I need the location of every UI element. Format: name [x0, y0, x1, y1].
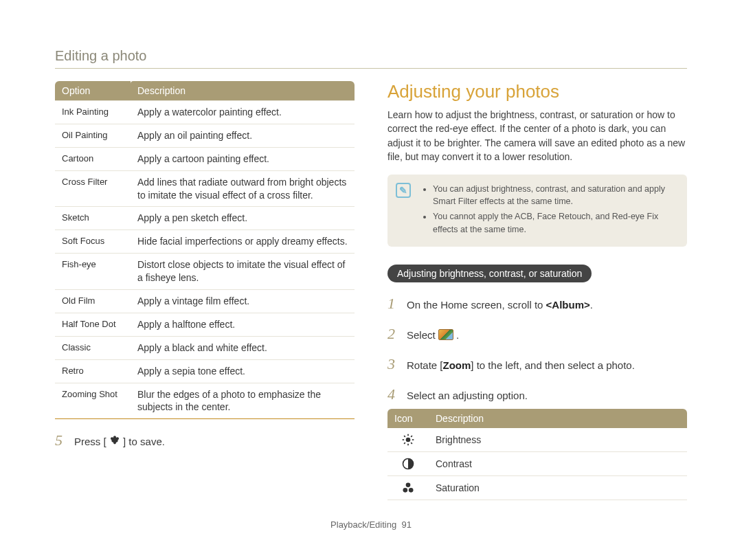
- step-number: 2: [387, 325, 400, 343]
- option-name: Ink Painting: [55, 101, 131, 124]
- option-name: Retro: [55, 359, 131, 383]
- option-name: Old Film: [55, 290, 131, 313]
- svg-point-0: [406, 437, 411, 442]
- option-name: Classic: [55, 336, 131, 359]
- step-2-text: Select .: [407, 329, 459, 341]
- table-row: ClassicApply a black and white effect.: [55, 336, 355, 359]
- table-row: Brightness: [387, 428, 687, 452]
- step-3-bold: Zoom: [443, 359, 471, 371]
- option-name: Soft Focus: [55, 230, 131, 254]
- option-name: Zooming Shot: [55, 383, 131, 419]
- step-2: 2 Select .: [387, 325, 687, 343]
- step-5-text: Press [ ] to save.: [74, 435, 165, 448]
- icon-table-head-icon: Icon: [387, 409, 429, 428]
- table-row: Half Tone DotApply a halftone effect.: [55, 313, 355, 336]
- table-row: Contrast: [387, 451, 687, 475]
- step-number: 3: [387, 355, 400, 373]
- adjusting-intro: Learn how to adjust the brightness, cont…: [387, 108, 687, 164]
- adjusting-heading: Adjusting your photos: [387, 81, 687, 102]
- note-list: You can adjust brightness, contrast, and…: [422, 183, 677, 236]
- table-row: RetroApply a sepia tone effect.: [55, 359, 355, 383]
- option-name: Oil Painting: [55, 124, 131, 147]
- svg-line-5: [404, 436, 405, 437]
- table-row: Cross FilterAdd lines that radiate outwa…: [55, 170, 355, 207]
- step-4-text: Select an adjusting option.: [407, 390, 528, 401]
- table-row: CartoonApply a cartoon painting effect.: [55, 147, 355, 170]
- footer-page-number: 91: [401, 519, 411, 530]
- step-1: 1 On the Home screen, scroll to <Album>.: [387, 295, 687, 313]
- icon-description: Contrast: [429, 451, 687, 475]
- page-title: Editing a photo: [55, 48, 687, 69]
- icon-table-head-desc: Description: [429, 409, 687, 428]
- option-description: Apply a sepia tone effect.: [131, 359, 355, 383]
- contrast-icon: [387, 451, 429, 475]
- option-name: Sketch: [55, 207, 131, 230]
- step-3-text: Rotate [Zoom] to the left, and then sele…: [407, 359, 635, 371]
- note-box: ✎ You can adjust brightness, contrast, a…: [387, 175, 687, 247]
- note-item: You cannot apply the ACB, Face Retouch, …: [433, 210, 677, 235]
- option-name: Fish-eye: [55, 254, 131, 290]
- step-2-post: .: [456, 329, 459, 341]
- option-description: Apply a black and white effect.: [131, 336, 355, 359]
- table-row: Old FilmApply a vintage film effect.: [55, 290, 355, 313]
- options-table-head-desc: Description: [131, 81, 355, 101]
- footer-section: Playback/Editing: [330, 519, 396, 530]
- option-description: Apply a cartoon painting effect.: [131, 147, 355, 170]
- table-row: Zooming ShotBlur the edges of a photo to…: [55, 383, 355, 419]
- option-description: Apply a vintage film effect.: [131, 290, 355, 313]
- step-number: 4: [387, 385, 400, 403]
- note-icon: ✎: [396, 183, 411, 198]
- table-row: Oil PaintingApply an oil painting effect…: [55, 124, 355, 147]
- table-row: Ink PaintingApply a watercolor painting …: [55, 101, 355, 124]
- step-1-pre: On the Home screen, scroll to: [407, 299, 546, 311]
- right-column: Adjusting your photos Learn how to adjus…: [387, 81, 687, 500]
- svg-line-8: [411, 436, 412, 437]
- step-2-pre: Select: [407, 329, 438, 341]
- step-number: 5: [55, 432, 67, 449]
- left-column: Option Description Ink PaintingApply a w…: [55, 81, 355, 500]
- step-number: 1: [387, 295, 400, 313]
- option-name: Cross Filter: [55, 170, 131, 207]
- step-3: 3 Rotate [Zoom] to the left, and then se…: [387, 355, 687, 373]
- page-footer: Playback/Editing 91: [55, 519, 687, 530]
- macro-flower-icon: [109, 435, 120, 448]
- svg-line-7: [404, 443, 405, 444]
- svg-point-10: [406, 482, 411, 487]
- step-1-post: .: [590, 299, 593, 311]
- option-description: Apply a pen sketch effect.: [131, 207, 355, 230]
- step-5-suffix: ] to save.: [123, 436, 165, 447]
- icon-table: Icon Description BrightnessContrastSatur…: [387, 409, 687, 500]
- note-item: You can adjust brightness, contrast, and…: [433, 183, 677, 208]
- table-row: Fish-eyeDistort close objects to imitate…: [55, 254, 355, 290]
- step-4: 4 Select an adjusting option.: [387, 385, 687, 403]
- option-name: Cartoon: [55, 147, 131, 170]
- step-5-prefix: Press [: [74, 436, 106, 447]
- step-1-bold: <Album>: [546, 299, 590, 311]
- subheading-pill: Adjusting brightness, contrast, or satur…: [387, 265, 592, 282]
- option-description: Blur the edges of a photo to emphasize t…: [131, 383, 355, 419]
- option-description: Hide facial imperfections or apply dream…: [131, 230, 355, 254]
- options-table: Option Description Ink PaintingApply a w…: [55, 81, 355, 419]
- svg-line-6: [411, 443, 412, 444]
- step-5: 5 Press [ ] to save.: [55, 432, 355, 449]
- step-1-text: On the Home screen, scroll to <Album>.: [407, 299, 593, 311]
- svg-point-11: [403, 488, 408, 493]
- icon-description: Brightness: [429, 428, 687, 452]
- table-row: Soft FocusHide facial imperfections or a…: [55, 230, 355, 254]
- table-row: SketchApply a pen sketch effect.: [55, 207, 355, 230]
- option-description: Apply a halftone effect.: [131, 313, 355, 336]
- option-description: Apply an oil painting effect.: [131, 124, 355, 147]
- option-description: Add lines that radiate outward from brig…: [131, 170, 355, 207]
- option-description: Distort close objects to imitate the vis…: [131, 254, 355, 290]
- option-description: Apply a watercolor painting effect.: [131, 101, 355, 124]
- table-row: Saturation: [387, 475, 687, 500]
- saturation-icon: [387, 475, 429, 500]
- icon-description: Saturation: [429, 475, 687, 500]
- svg-point-12: [409, 488, 414, 493]
- brightness-icon: [387, 428, 429, 452]
- step-3-pre: Rotate [: [407, 359, 443, 371]
- option-name: Half Tone Dot: [55, 313, 131, 336]
- album-thumbnail-icon: [438, 329, 453, 340]
- step-3-post: ] to the left, and then select a photo.: [471, 359, 635, 371]
- options-table-head-option: Option: [55, 81, 131, 101]
